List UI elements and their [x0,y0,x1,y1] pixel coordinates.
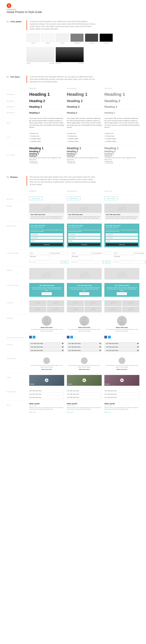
twitter-icon-primary[interactable]: t [33,336,35,338]
svg-point-11 [119,321,125,325]
contact-last-secondary[interactable] [92,252,111,254]
button-primary[interactable]: Learn more [29,196,43,200]
blurb-text-tertiary: Lorem ipsum dolor sit amet, consectetur … [106,216,138,219]
all-in-one-secondary: Heading 1 Heading 2 Heading 3 Heading 4 … [67,146,102,164]
contact-last-primary[interactable] [49,252,69,254]
accordion-icon-2-tertiary[interactable]: + [138,393,139,395]
swatch-label-2: #f8f8f8 [41,42,54,44]
contact-first-primary[interactable] [29,252,48,254]
toggle-select-primary[interactable]: Your Title Goes Here [29,342,64,345]
accordion-icon-1-tertiary[interactable]: + [138,390,139,392]
aio-body-secondary: Lorem ipsum dolor sit amet to have a dig… [67,157,102,160]
twitter-icon-tertiary[interactable]: t [108,336,111,338]
contact-first-tertiary[interactable] [114,252,133,254]
contact-first-secondary[interactable] [71,252,91,254]
play-btn-secondary[interactable]: ▶ [82,378,86,382]
twitter-icon-secondary[interactable]: t [70,336,73,338]
toggle-select-secondary[interactable]: Your Title Goes Here [67,342,102,345]
blog-module-row: BLOG Hello world! June 16, 2022 Welcome … [7,401,139,415]
contact-message-secondary[interactable] [71,255,92,260]
blurb-content-primary: Your Title Goes Here Lorem ipsum dolor s… [29,213,64,220]
social-primary: f t [29,336,64,338]
blurb-title-secondary: Your Title Goes Here [68,214,100,216]
optin-submit-primary[interactable]: Subscribe [30,243,63,246]
optin-first-secondary[interactable] [68,233,100,236]
toggle-select-tertiary[interactable]: Your Title Goes Here [104,342,139,345]
accordion-icon-3-tertiary[interactable]: + [138,396,139,398]
cta-btn-secondary[interactable]: Click Here [79,292,90,295]
contact-submit-primary[interactable]: Submit [61,260,69,264]
optin-email-tertiary[interactable] [106,240,138,242]
gradient-box-dark [56,47,84,62]
email-optin-secondary: Your Title Goes Here Your Subtitle Goes … [67,224,102,247]
blog-title-primary: Hello world! [29,403,64,405]
contact-captcha-input-tertiary[interactable] [118,261,145,263]
toggle-select3-tertiary[interactable]: Your Title Goes Here [104,349,139,352]
accordion-icon-1-primary[interactable]: + [63,390,64,392]
contact-captcha-input-secondary[interactable] [77,261,103,263]
blog-text-tertiary: Welcome to Divi. This is your first blog… [104,407,139,410]
accordion-icon-3-primary[interactable]: + [63,396,64,398]
accordion-icon-1-secondary[interactable]: + [101,390,102,392]
play-btn-tertiary[interactable]: ▶ [120,378,124,382]
heading1-primary: Heading 1 [29,92,64,97]
cta-secondary: Your Title Goes Here Lorem ipsum dolor s… [67,283,102,297]
person-primary: Name Goes Here Your content goes here. E… [29,316,64,332]
accordion-icon-2-secondary[interactable]: + [101,393,102,395]
col-header-secondary: SECONDARY [67,86,102,90]
contact-last-tertiary[interactable] [134,252,146,254]
contact-form-row-1-primary [29,252,69,254]
contact-submit-secondary[interactable]: Submit [103,260,111,264]
contact-captcha-input-primary[interactable] [35,261,61,263]
optin-first-tertiary[interactable] [106,233,138,236]
facebook-icon-secondary[interactable]: f [67,336,70,338]
contact-message-primary[interactable] [29,255,50,260]
swatch-5: #454545 [85,34,98,44]
toggle-select3-primary[interactable]: Your Title Goes Here [29,349,64,352]
button-tertiary[interactable]: Learn more [104,196,118,200]
blurb-content-tertiary: Your Title Goes Here Lorem ipsum dolor s… [104,213,139,220]
contact-message-tertiary[interactable] [114,255,134,260]
aio-list-primary: • list item one • 2 list item two [29,161,64,164]
optin-first-primary[interactable] [30,233,63,236]
logo: D [7,3,11,8]
facebook-icon-tertiary[interactable]: f [104,336,107,338]
button-secondary[interactable]: Learn more [67,196,80,200]
toggle-select2-tertiary[interactable]: Your Title Goes Here [104,346,139,348]
toggle-select3-secondary[interactable]: Your Title Goes Here [67,349,102,352]
blog-link-tertiary[interactable]: Read more [104,412,111,413]
swatch-box-5 [85,34,98,42]
heading2-tertiary: Heading 2 [104,99,139,103]
gallery-secondary [67,300,102,312]
optin-submit-tertiary[interactable]: Subscribe [106,243,138,246]
heading3-label: HEADING 3 [7,105,26,109]
optin-submit-secondary[interactable]: Subscribe [68,243,100,246]
swatch-2: #f8f8f8 [41,34,54,44]
body-secondary: Lorem ipsum dolor sit amet, consectetur … [67,117,102,129]
blog-link-primary[interactable]: Read more [29,412,36,413]
accordion-primary: Your Title Goes Here + Your Title Goes H… [29,389,64,399]
optin-email-primary[interactable] [30,240,63,242]
play-btn-primary[interactable]: ▶ [45,378,48,382]
toggle-select2-secondary[interactable]: Your Title Goes Here [67,346,102,348]
optin-last-primary[interactable] [30,236,63,239]
accordion-icon-3-secondary[interactable]: + [101,396,102,398]
optin-email-secondary[interactable] [68,240,100,242]
cta-btn-tertiary[interactable]: Click Here [117,292,127,295]
facebook-icon-primary[interactable]: f [29,336,32,338]
aio-body-primary: Lorem ipsum dolor sit amet to have a dig… [29,157,64,160]
toggle-select2-primary[interactable]: Your Title Goes Here [29,346,64,348]
page-title: Global Presets UI Style Guide [7,10,139,14]
testimonial-label: TESTIMONIAL [7,356,26,359]
contact-submit-tertiary[interactable]: Submit [145,260,146,264]
cta-btn-primary[interactable]: Click Here [42,292,52,295]
accordion-icon-2-primary[interactable]: + [63,393,64,395]
section-number-modules: 03. Modules [7,176,26,178]
optin-last-secondary[interactable] [68,236,100,239]
optin-last-tertiary[interactable] [106,236,138,239]
optin-body-primary: Lorem ipsum dolor sit amet, consectetur … [30,229,63,232]
gallery-ter-cell-4 [122,306,139,312]
blog-link-secondary[interactable]: Read more [67,412,74,413]
section-divider [26,20,27,30]
blog-secondary: Hello world! June 16, 2022 Welcome to Di… [67,403,102,413]
